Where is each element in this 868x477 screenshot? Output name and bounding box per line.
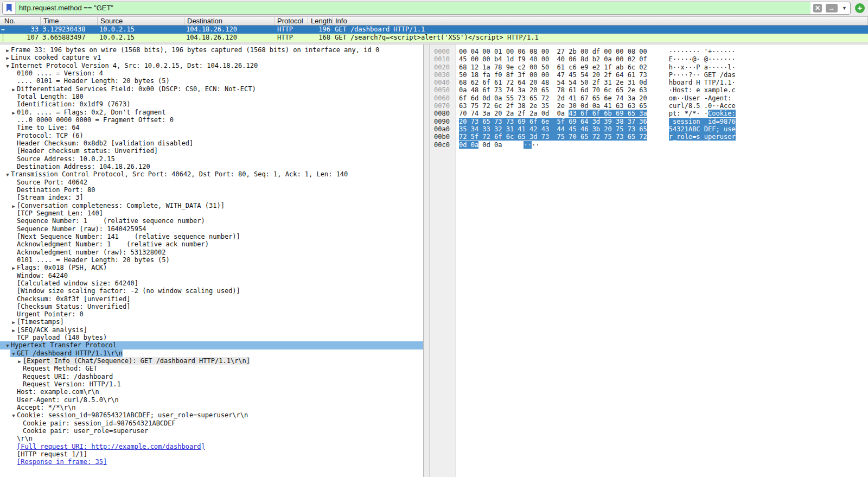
hex-ascii[interactable]: curl/8.5 .0··Acce [669,102,736,110]
hex-row[interactable]: 008070 74 3a 20 2a 2f 2a 0d 0a 43 6f 6f … [430,110,868,117]
detail-row[interactable]: [Full request URI: http://example.com/da… [0,443,423,450]
hex-ascii[interactable]: h··x···P a·····l· [669,63,736,71]
detail-row[interactable]: Destination Address: 104.18.26.120 [0,163,423,170]
detail-row[interactable]: Sequence Number (raw): 1640425954 [0,225,423,233]
hex-bytes[interactable]: 50 18 fa f0 8f 3f 00 00 47 45 54 20 2f 6… [459,71,647,79]
detail-row[interactable]: [Calculated window size: 64240] [0,279,423,287]
hex-bytes[interactable]: 35 34 33 32 31 41 42 43 44 45 46 3b 20 7… [459,125,647,133]
column-header-length[interactable]: Length [308,17,333,25]
detail-row[interactable]: [Stream index: 3] [0,194,423,201]
hex-ascii[interactable]: E·····@· @······· [669,55,736,63]
detail-row[interactable]: Source Port: 40642 [0,179,423,186]
hex-bytes[interactable]: 70 74 3a 20 2a 2f 2a 0d 0a 43 6f 6f 6b 6… [459,110,647,117]
hex-ascii[interactable]: ·Host: e xample.c [669,86,736,94]
twisty-expanded-icon[interactable]: ▼ [10,350,17,358]
detail-row[interactable]: Host: example.com\r\n [0,388,423,396]
packet-row[interactable]: ┆1073.66588349710.0.2.15104.18.26.120HTT… [0,34,868,42]
detail-row[interactable]: Accept: */*\r\n [0,404,423,411]
filter-clear-button[interactable]: ✕ [810,2,825,14]
filter-dropdown-caret[interactable]: ▼ [839,2,850,14]
vertical-splitter[interactable] [424,44,430,477]
hex-row[interactable]: 00c00d 0a 0d 0a···· [430,141,868,149]
detail-row[interactable]: .... 0101 = Header Length: 20 bytes (5) [0,77,423,85]
column-header-protocol[interactable]: Protocol [275,17,308,25]
detail-row[interactable]: Checksum: 0x8f3f [unverified] [0,295,423,303]
column-header-destination[interactable]: Destination [184,17,275,25]
detail-row[interactable]: Header Checksum: 0x8db2 [validation disa… [0,139,423,147]
detail-row[interactable]: ▼Cookie: session_id=987654321ABCDEF; use… [0,411,423,419]
detail-row[interactable]: Request URI: /dashboard [0,373,423,380]
detail-row[interactable]: ▼Hypertext Transfer Protocol [0,341,423,349]
detail-row[interactable]: ▼GET /dashboard HTTP/1.1\r\n [0,349,423,357]
detail-row[interactable]: Urgent Pointer: 0 [0,310,423,318]
hex-row[interactable]: 002068 12 1a 78 9e c2 00 50 61 c6 e9 e2 … [430,63,868,71]
detail-row[interactable]: ▼Internet Protocol Version 4, Src: 10.0.… [0,62,423,69]
hex-row[interactable]: 00a035 34 33 32 31 41 42 43 44 45 46 3b … [430,125,868,133]
filter-apply-button[interactable]: → [825,2,839,14]
detail-row[interactable]: [Header checksum status: Unverified] [0,147,423,155]
hex-ascii[interactable]: session _id=9876 [669,118,736,125]
column-header-time[interactable]: Time [41,17,98,25]
twisty-expanded-icon[interactable]: ▼ [10,412,17,419]
packet-row[interactable]: →333.12923043810.0.2.15104.18.26.120HTTP… [0,26,868,34]
hex-ascii[interactable]: hboard H TTP/1.1· [669,79,736,86]
hex-row[interactable]: 009020 73 65 73 73 69 6f 6e 5f 69 64 3d … [430,118,868,125]
hex-ascii[interactable]: ···· [524,141,539,149]
hex-ascii[interactable]: pt: */*· ·Cookie: [669,110,736,117]
column-header-source[interactable]: Source [98,17,184,25]
hex-ascii[interactable]: 54321ABC DEF; use [669,125,736,133]
twisty-collapsed-icon[interactable]: ▶ [16,358,23,365]
hex-row[interactable]: 00b072 5f 72 6f 6c 65 3d 73 75 70 65 72 … [430,133,868,141]
detail-row[interactable]: Sequence Number: 1 (relative sequence nu… [0,217,423,225]
detail-row[interactable]: Request Method: GET [0,365,423,372]
twisty-expanded-icon[interactable]: ▼ [4,62,11,70]
twisty-collapsed-icon[interactable]: ▶ [10,264,17,272]
twisty-expanded-icon[interactable]: ▼ [4,342,11,349]
detail-row[interactable]: TCP payload (140 bytes) [0,334,423,341]
hex-row[interactable]: 003050 18 fa f0 8f 3f 00 00 47 45 54 20 … [430,71,868,79]
detail-row[interactable]: ▶[Expert Info (Chat/Sequence): GET /dash… [0,357,423,365]
detail-row[interactable]: User-Agent: curl/8.5.0\r\n [0,396,423,404]
twisty-collapsed-icon[interactable]: ▶ [10,327,17,334]
detail-row[interactable]: Time to Live: 64 [0,124,423,131]
twisty-collapsed-icon[interactable]: ▶ [4,47,11,54]
twisty-collapsed-icon[interactable]: ▶ [10,109,17,117]
detail-row[interactable]: 0100 .... = Version: 4 [0,69,423,77]
display-filter-input[interactable] [16,2,810,14]
detail-row[interactable]: Protocol: TCP (6) [0,132,423,139]
detail-row[interactable]: 0101 .... = Header Length: 20 bytes (5) [0,256,423,264]
twisty-collapsed-icon[interactable]: ▶ [4,54,11,62]
hex-row[interactable]: 001045 00 00 b4 1d f9 40 00 40 06 8d b2 … [430,55,868,63]
detail-row[interactable]: [HTTP request 1/1] [0,450,423,458]
detail-row[interactable]: ▶[Conversation completeness: Complete, W… [0,202,423,209]
hex-ascii[interactable]: ········ '+······ [669,48,736,55]
hex-bytes[interactable]: 63 75 72 6c 2f 38 2e 35 2e 30 0d 0a 41 6… [459,102,647,110]
filter-bookmark-button[interactable] [3,2,16,14]
hex-row[interactable]: 004068 62 6f 61 72 64 20 48 54 54 50 2f … [430,79,868,86]
detail-row[interactable]: [Next Sequence Number: 141 (relative seq… [0,233,423,240]
detail-row[interactable]: [Response in frame: 35] [0,458,423,466]
detail-row[interactable]: ▼Transmission Control Protocol, Src Port… [0,170,423,178]
detail-row[interactable]: [TCP Segment Len: 140] [0,209,423,217]
detail-row[interactable]: ▶Flags: 0x018 (PSH, ACK) [0,264,423,271]
detail-row[interactable]: Acknowledgment number (raw): 531328002 [0,249,423,256]
hex-row[interactable]: 00606f 6d 0d 0a 55 73 65 72 2d 41 67 65 … [430,94,868,102]
hex-row[interactable]: 00500a 48 6f 73 74 3a 20 65 78 61 6d 70 … [430,86,868,94]
detail-row[interactable]: ▶Linux cooked capture v1 [0,54,423,61]
detail-row[interactable]: ▶010. .... = Flags: 0x2, Don't fragment [0,109,423,116]
detail-row[interactable]: ▶[SEQ/ACK analysis] [0,326,423,334]
detail-row[interactable]: Cookie pair: user_role=superuser [0,427,423,435]
column-header-no[interactable]: No. [0,17,41,25]
hex-ascii[interactable]: om··User -Agent: [669,94,736,102]
twisty-collapsed-icon[interactable]: ▶ [10,319,17,326]
detail-row[interactable]: Acknowledgment Number: 1 (relative ack n… [0,240,423,248]
hex-row[interactable]: 007063 75 72 6c 2f 38 2e 35 2e 30 0d 0a … [430,102,868,110]
twisty-collapsed-icon[interactable]: ▶ [10,86,17,93]
hex-bytes[interactable]: 0d 0a 0d 0a [459,141,502,149]
hex-bytes[interactable]: 72 5f 72 6f 6c 65 3d 73 75 70 65 72 75 7… [459,133,647,141]
detail-row[interactable]: Window: 64240 [0,272,423,279]
detail-row[interactable]: \r\n [0,435,423,442]
detail-row[interactable]: Total Length: 180 [0,93,423,100]
detail-link[interactable]: [Response in frame: 35] [17,458,107,466]
column-header-info[interactable]: Info [333,17,868,25]
